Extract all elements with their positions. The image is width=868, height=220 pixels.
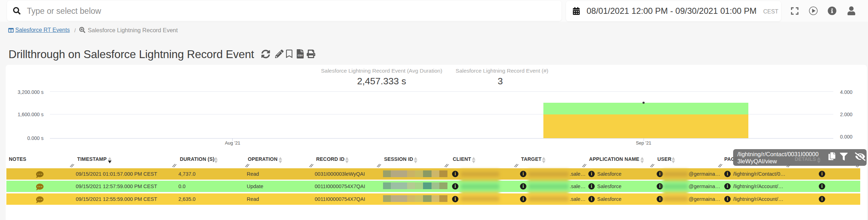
svg-text:CSV: CSV — [298, 54, 303, 57]
